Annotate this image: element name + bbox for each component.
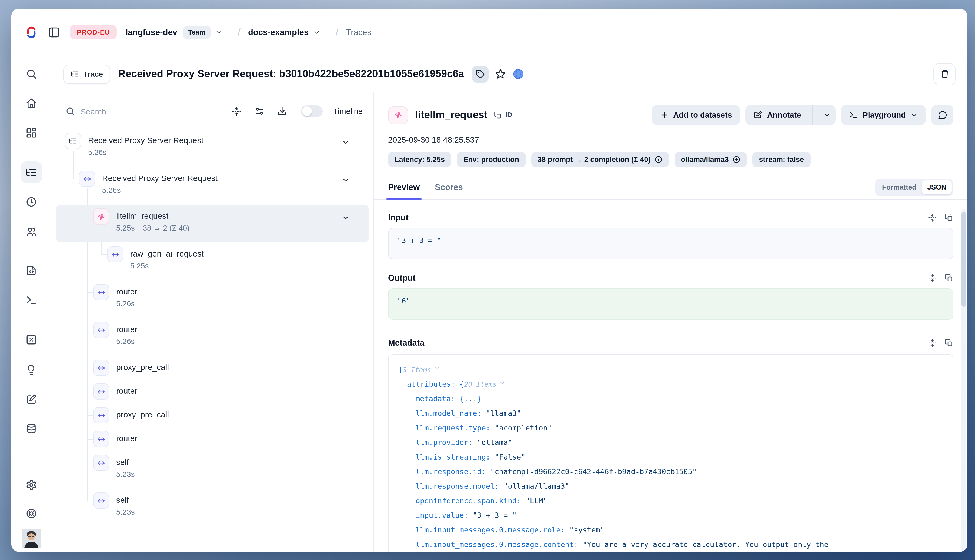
tag-icon[interactable] [472,66,488,82]
chevron-down-icon[interactable] [341,214,350,222]
fold-vertical-icon[interactable] [928,274,937,282]
span-exchange-icon [79,171,95,187]
org-name[interactable]: langfuse-dev [125,27,177,37]
span-name: router [116,324,137,335]
avatar[interactable] [21,529,41,548]
span-token-usage: 38 → 2 (Σ 40) [143,223,190,232]
sidebar-toggle-icon[interactable] [48,26,60,38]
annotate-button[interactable]: Annotate [746,105,808,125]
annotate-dropdown-chevron-icon[interactable] [818,105,836,125]
tab[interactable]: Scores [435,175,463,199]
trace-header-bar: Trace Received Proxy Server Request: b30… [51,56,967,92]
download-icon[interactable] [277,107,287,116]
dashboard-icon[interactable] [25,127,37,138]
json-line[interactable]: llm.provider: "ollama" [416,435,943,450]
tree-row[interactable]: Received Proxy Server Request 5.26s [56,129,369,167]
fold-vertical-icon[interactable] [928,213,937,222]
json-line[interactable]: llm.response.id: "chatcmpl-d96622c0-c642… [416,464,943,479]
status-badge[interactable]: 38 prompt → 2 completion (Σ 40) [531,152,669,167]
playground-terminal-icon[interactable] [25,295,37,306]
add-to-datasets-button[interactable]: Add to datasets [652,105,740,125]
tracing-icon[interactable] [20,162,42,183]
project-name[interactable]: docs-examples [248,27,309,37]
json-view-option[interactable]: JSON [922,180,952,194]
org-chevron-down-icon[interactable] [215,28,222,36]
sessions-clock-icon[interactable] [25,196,37,208]
annotate-button-group: Annotate [746,105,836,125]
tree-toolbar: Search Timeline [65,105,363,117]
project-chevron-down-icon[interactable] [313,28,321,36]
span-name: raw_gen_ai_request [130,248,204,259]
json-line[interactable]: {3 Items [398,362,943,377]
settings-gear-icon[interactable] [25,479,37,491]
collapse-all-icon[interactable] [232,107,241,116]
evaluation-lightbulb-icon[interactable] [25,364,37,376]
list-tree-icon [65,133,81,149]
view-settings-icon[interactable] [254,107,264,116]
json-line[interactable]: llm.response.model: "ollama/llama3" [416,479,943,493]
support-lifebuoy-icon[interactable] [25,508,37,519]
tree-row[interactable]: router 5.26s [56,280,369,318]
span-duration: 5.26s [116,299,135,308]
status-badge[interactable]: Latency: 5.25s [388,152,451,167]
span-duration: 5.26s [102,186,121,194]
copy-icon[interactable] [945,213,953,222]
chevron-down-icon[interactable] [341,138,350,146]
tree-row[interactable]: proxy_pre_call [56,403,369,427]
formatted-view-option[interactable]: Formatted [876,183,922,191]
star-icon[interactable] [495,68,506,79]
json-line[interactable]: llm.input_messages.0.message.content: "Y… [416,537,943,552]
breadcrumb-page[interactable]: Traces [346,27,371,37]
json-line[interactable]: llm.is_streaming: "False" [416,450,943,464]
scores-percent-icon[interactable] [25,334,37,345]
datasets-database-icon[interactable] [25,423,37,435]
chevron-down-icon[interactable] [434,366,440,372]
users-icon[interactable] [25,226,37,237]
span-name: router [116,385,137,397]
span-duration: 5.26s [116,337,135,346]
tree-row[interactable]: router [56,427,369,451]
copy-id-button[interactable]: ID [494,111,512,119]
json-line[interactable]: attributes: {20 Items [407,377,943,392]
delete-trace-button[interactable] [933,63,955,85]
top-nav-bar: PROD-EU langfuse-dev Team / docs-example… [11,8,967,56]
tree-row[interactable]: self 5.23s [56,489,369,527]
status-badge[interactable]: stream: false [753,152,811,167]
tree-row[interactable]: router [56,380,369,403]
tree-row[interactable]: self 5.23s [56,451,369,489]
tree-row[interactable]: litellm_request 5.25s38 → 2 (Σ 40) [56,205,369,242]
tree-row[interactable]: proxy_pre_call [56,356,369,380]
playground-button[interactable]: Playground [841,105,926,125]
scrollbar-thumb[interactable] [962,212,966,307]
fold-vertical-icon[interactable] [928,338,937,347]
output-section-header: Output [388,273,953,283]
tree-row[interactable]: Received Proxy Server Request 5.26s [56,167,369,205]
message-bubble-icon [937,110,947,120]
json-line[interactable]: openinference.span.kind: "LLM" [416,493,943,508]
prompts-file-code-icon[interactable] [25,265,37,276]
tab[interactable]: Preview [388,175,420,199]
json-line[interactable]: input.value: "3 + 3 = " [416,508,943,523]
comments-button[interactable] [931,105,953,125]
tree-row[interactable]: router 5.26s [56,318,369,356]
observation-badges: Latency: 5.25s Env: production [388,152,953,167]
status-badge[interactable]: Env: production [457,152,525,167]
json-line[interactable]: llm.request.type: "acompletion" [416,421,943,435]
json-line[interactable]: llm.model_name: "llama3" [416,406,943,421]
chevron-down-icon[interactable] [341,176,350,184]
home-icon[interactable] [25,97,37,109]
json-line[interactable]: metadata: {...} [416,392,943,406]
status-badge[interactable]: ollama/llama3 [674,152,747,167]
annotation-clipboard-pen-icon[interactable] [25,394,37,405]
copy-icon[interactable] [945,338,953,347]
tree-row[interactable]: raw_gen_ai_request 5.25s [56,242,369,280]
copy-icon[interactable] [945,274,953,282]
globe-public-icon[interactable] [512,68,524,80]
search-input[interactable]: Search [80,107,219,116]
search-icon[interactable] [25,68,37,80]
span-name: proxy_pre_call [116,409,169,420]
chevron-down-icon[interactable] [499,380,505,386]
timeline-toggle[interactable] [301,105,323,117]
json-line[interactable]: llm.input_messages.0.message.role: "syst… [416,523,943,537]
terminal-icon [849,111,858,119]
